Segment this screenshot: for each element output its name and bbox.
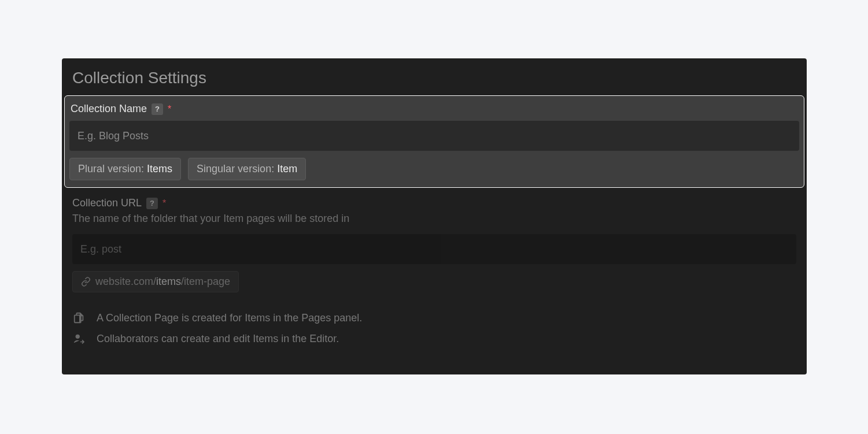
- collection-url-input[interactable]: [72, 234, 796, 264]
- url-preview-slug: items: [156, 276, 181, 287]
- url-preview-prefix: website.com/: [95, 276, 156, 287]
- url-preview-suffix: /item-page: [181, 276, 230, 287]
- collection-url-section: Collection URL ? * The name of the folde…: [62, 188, 807, 292]
- plural-version-value: Items: [147, 163, 172, 175]
- info-row-pages: A Collection Page is created for Items i…: [72, 307, 796, 328]
- pages-icon: [72, 311, 86, 325]
- collection-name-input[interactable]: [69, 121, 799, 151]
- collection-url-label: Collection URL: [72, 197, 142, 209]
- plural-version-label: Plural version:: [78, 163, 147, 175]
- svg-point-0: [76, 335, 80, 339]
- collection-url-description: The name of the folder that your Item pa…: [72, 213, 796, 234]
- collection-name-label-row: Collection Name ? *: [67, 102, 801, 121]
- singular-version-label: Singular version:: [197, 163, 277, 175]
- url-preview-text: website.com/items/item-page: [95, 276, 230, 288]
- collection-url-label-row: Collection URL ? *: [72, 197, 796, 213]
- info-list: A Collection Page is created for Items i…: [62, 292, 807, 349]
- plural-version-pill[interactable]: Plural version: Items: [69, 158, 181, 180]
- singular-version-pill[interactable]: Singular version: Item: [188, 158, 306, 180]
- link-icon: [81, 277, 91, 287]
- required-indicator: *: [168, 104, 171, 114]
- collection-name-label: Collection Name: [71, 103, 147, 115]
- collection-name-section: Collection Name ? * Plural version: Item…: [64, 95, 804, 188]
- url-preview-pill: website.com/items/item-page: [72, 271, 239, 292]
- info-row-collaborators: Collaborators can create and edit Items …: [72, 328, 796, 349]
- collection-settings-panel: Collection Settings Collection Name ? * …: [62, 58, 807, 374]
- name-variant-row: Plural version: Items Singular version: …: [67, 151, 801, 180]
- singular-version-value: Item: [277, 163, 297, 175]
- collaborators-icon: [72, 332, 86, 346]
- info-pages-text: A Collection Page is created for Items i…: [97, 312, 362, 324]
- help-icon[interactable]: ?: [146, 198, 158, 209]
- url-preview-row: website.com/items/item-page: [72, 264, 796, 292]
- info-collab-text: Collaborators can create and edit Items …: [97, 333, 339, 345]
- help-icon[interactable]: ?: [152, 103, 163, 115]
- panel-title: Collection Settings: [62, 58, 807, 95]
- required-indicator: *: [162, 198, 166, 209]
